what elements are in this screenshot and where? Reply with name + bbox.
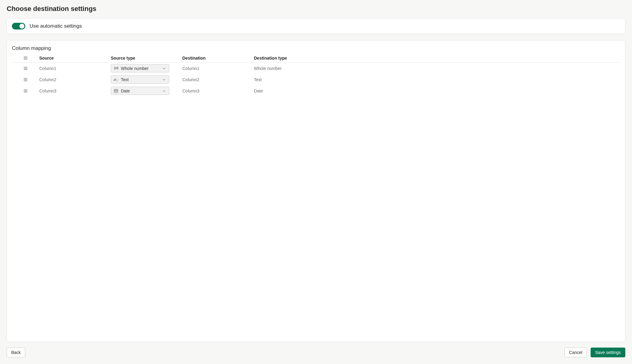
row-checkbox[interactable] xyxy=(24,78,27,81)
table-row: Column1 123 Whole number Column1 Whole n… xyxy=(12,63,620,74)
footer: Back Cancel Save settings xyxy=(7,348,625,357)
source-type-dropdown[interactable]: A B C Text xyxy=(111,75,169,84)
table-row: Column3 xyxy=(12,85,620,96)
chevron-down-icon xyxy=(162,88,167,93)
row-checkbox[interactable] xyxy=(24,89,27,93)
select-all-checkbox[interactable] xyxy=(24,56,27,60)
text-type-icon: A B C xyxy=(114,77,118,82)
whole-number-type-icon: 123 xyxy=(114,66,118,71)
destination-type-cell: Text xyxy=(254,77,620,82)
table-header-row: Source Source type Destination Destinati… xyxy=(12,56,620,63)
back-button[interactable]: Back xyxy=(7,348,25,357)
svg-rect-7 xyxy=(115,91,115,92)
date-type-icon xyxy=(114,88,118,93)
destination-cell: Column2 xyxy=(182,77,254,82)
source-type-label: Date xyxy=(121,88,130,93)
mapping-table: Source Source type Destination Destinati… xyxy=(12,56,620,96)
source-cell: Column1 xyxy=(39,66,111,71)
destination-cell: Column1 xyxy=(182,66,254,71)
source-type-dropdown[interactable]: Date xyxy=(111,87,169,95)
source-type-dropdown[interactable]: 123 Whole number xyxy=(111,64,169,72)
svg-rect-8 xyxy=(116,91,116,92)
source-cell: Column3 xyxy=(39,88,111,93)
section-title: Column mapping xyxy=(12,45,620,51)
column-mapping-card: Column mapping Source Source type Destin… xyxy=(7,40,625,342)
header-source-type: Source type xyxy=(111,56,182,61)
source-type-label: Whole number xyxy=(121,66,149,71)
header-destination: Destination xyxy=(182,56,254,61)
chevron-down-icon xyxy=(162,66,167,71)
save-settings-button[interactable]: Save settings xyxy=(591,348,625,357)
chevron-down-icon xyxy=(162,77,167,82)
page-title: Choose destination settings xyxy=(7,5,625,13)
source-type-label: Text xyxy=(121,77,129,82)
toggle-knob xyxy=(19,24,24,29)
table-row: Column2 A B C Text xyxy=(12,74,620,85)
header-destination-type: Destination type xyxy=(254,56,620,61)
source-cell: Column2 xyxy=(39,77,111,82)
destination-cell: Column3 xyxy=(182,88,254,93)
auto-settings-card: Use automatic settings xyxy=(7,18,625,34)
auto-settings-label: Use automatic settings xyxy=(30,23,82,29)
destination-type-cell: Date xyxy=(254,88,620,93)
cancel-button[interactable]: Cancel xyxy=(564,348,587,357)
svg-text:C: C xyxy=(116,79,118,81)
svg-rect-9 xyxy=(117,91,117,92)
destination-type-cell: Whole number xyxy=(254,66,620,71)
row-checkbox[interactable] xyxy=(24,67,27,70)
header-source: Source xyxy=(39,56,111,61)
auto-settings-toggle[interactable] xyxy=(12,23,25,29)
